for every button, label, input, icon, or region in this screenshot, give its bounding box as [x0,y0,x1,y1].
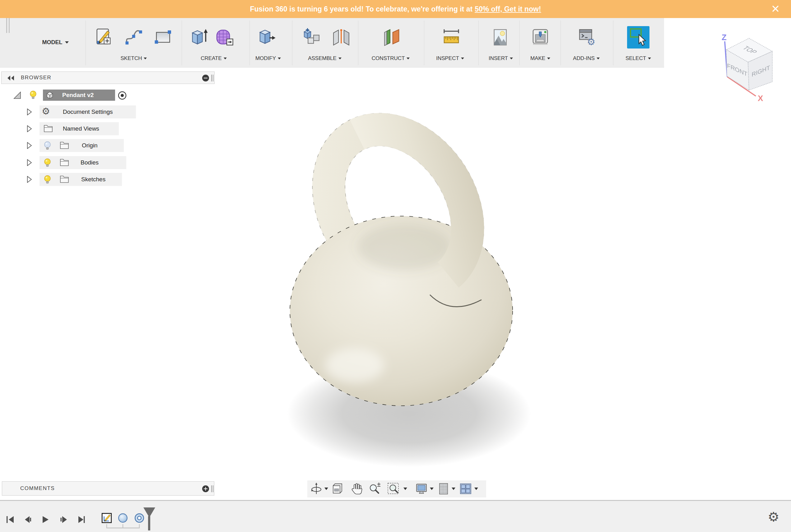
timeline-feature-revolve[interactable] [117,512,129,524]
scripts-and-add-ins-icon[interactable]: ⚙ [577,27,597,47]
browser-row-document[interactable]: Pendant v2 [0,89,214,102]
workspace-label: MODEL [42,39,62,46]
browser-row-bodies[interactable]: Bodies [0,156,214,169]
comments-panel-header[interactable]: COMMENTS [2,481,214,496]
gear-icon[interactable]: ⚙ [768,511,779,524]
grid-and-snaps-icon[interactable] [437,482,450,496]
create-form-icon[interactable] [214,27,234,47]
promo-banner-text: Fusion 360 is turning 6 years old! To ce… [250,5,472,13]
minimize-panel-icon[interactable] [202,75,209,81]
press-pull-icon[interactable] [257,27,277,47]
fit-icon[interactable] [387,482,400,496]
toolbar-group-sketch[interactable]: SKETCH [109,55,158,62]
collapsed-arrow-icon[interactable] [27,109,32,115]
close-icon[interactable] [772,5,779,13]
look-at-icon[interactable] [331,482,344,496]
toolbar-group-construct[interactable]: CONSTRUCT [366,55,416,62]
display-settings-menu-caret[interactable] [430,488,434,490]
collapsed-arrow-icon[interactable] [27,142,32,149]
pendant-sphere[interactable] [290,216,513,406]
collapse-panel-icon[interactable] [7,76,15,80]
browser-panel-header[interactable]: BROWSER [1,72,214,84]
joint-icon[interactable] [331,27,351,47]
go-to-start-button[interactable] [5,515,15,524]
component-cube-icon [45,91,54,99]
extrude-icon[interactable] [189,27,209,47]
toolbar-grip-icon[interactable] [6,18,7,33]
visibility-bulb-on-icon[interactable] [43,175,51,184]
group-label: MODIFY [256,55,276,61]
group-label: SKETCH [121,55,142,61]
panel-grip-icon[interactable] [211,486,214,492]
workspace-switcher[interactable]: MODEL [31,37,80,47]
pendant-ring-back[interactable] [278,80,519,335]
two-point-rectangle-icon[interactable] [154,27,173,47]
collapsed-arrow-icon[interactable] [27,125,32,132]
model-shadow [287,360,531,467]
timeline-feature-sketch[interactable] [101,512,113,524]
toolbar-group-assemble[interactable]: ASSEMBLE [300,55,350,62]
row-label: Origin [82,142,98,149]
group-label: MAKE [530,55,545,61]
toolbar-group-create[interactable]: CREATE [189,55,239,62]
step-back-button[interactable] [23,515,33,524]
fusion360-window: Fusion 360 is turning 6 years old! To ce… [0,0,791,532]
add-comment-icon[interactable] [202,486,209,492]
promo-banner-link[interactable]: 50% off, Get it now! [475,5,541,13]
toolbar-group-modify[interactable]: MODIFY [243,55,293,62]
group-label: ADD-INS [573,55,595,61]
collapsed-arrow-icon[interactable] [27,159,32,166]
zoom-icon[interactable] [368,482,382,496]
play-button[interactable] [41,515,50,524]
construction-plane-icon[interactable] [382,27,402,47]
browser-row-document-settings[interactable]: ⚙ Document Settings [0,106,214,118]
pan-icon[interactable] [350,482,364,496]
step-forward-button[interactable] [59,515,69,524]
viewports-menu-caret[interactable] [474,488,478,490]
selected-document-item[interactable]: Pendant v2 [43,90,115,101]
toolbar-grip-icon[interactable] [9,18,10,33]
chevron-down-icon [224,58,227,59]
chevron-down-icon [407,58,410,59]
fit-point-spline-icon[interactable] [124,27,144,47]
comments-panel-title: COMMENTS [20,486,55,492]
group-label: CONSTRUCT [372,55,405,61]
create-sketch-icon[interactable] [94,27,114,47]
toolbar-group-inspect[interactable]: INSPECT [425,55,475,62]
browser-row-sketches[interactable]: Sketches [0,173,214,186]
row-strip [39,173,122,186]
collapsed-arrow-icon[interactable] [27,176,32,183]
select-tool-active[interactable] [627,26,649,49]
orbit-menu-caret[interactable] [324,488,328,490]
visibility-bulb-off-icon[interactable] [43,141,51,151]
insert-image-icon[interactable] [491,27,511,47]
toolbar-group-make[interactable]: MAKE [515,55,565,62]
chevron-down-icon [547,58,550,59]
panel-grip-icon[interactable] [211,75,214,81]
viewcube[interactable]: Z X TOP FRONT RIGHT [715,30,790,104]
group-label: SELECT [625,55,646,61]
toolbar-group-add-ins[interactable]: ADD-INS [562,55,611,62]
expanded-arrow-icon[interactable] [13,91,21,99]
group-label: INSPECT [436,55,459,61]
pendant-ring-front[interactable] [357,103,496,275]
activate-component-radio-icon[interactable] [117,91,127,100]
browser-panel-title: BROWSER [21,75,51,81]
orbit-icon[interactable] [309,482,323,496]
toolbar-group-select[interactable]: SELECT [614,55,663,62]
browser-row-named-views[interactable]: Named Views [0,122,214,135]
grid-menu-caret[interactable] [452,488,455,490]
visibility-bulb-on-icon[interactable] [29,91,37,100]
timeline-playhead[interactable] [142,507,160,531]
3d-print-icon[interactable] [530,27,550,47]
z-axis-label: Z [722,33,727,42]
display-settings-icon[interactable] [415,482,428,496]
visibility-bulb-on-icon[interactable] [43,158,51,168]
new-component-icon[interactable] [301,27,321,47]
fit-menu-caret[interactable] [403,488,407,490]
timeline-group-bracket [102,524,143,529]
go-to-end-button[interactable] [77,515,87,524]
viewports-icon[interactable] [459,482,472,496]
browser-row-origin[interactable]: Origin [0,139,214,152]
measure-icon[interactable] [441,27,461,47]
